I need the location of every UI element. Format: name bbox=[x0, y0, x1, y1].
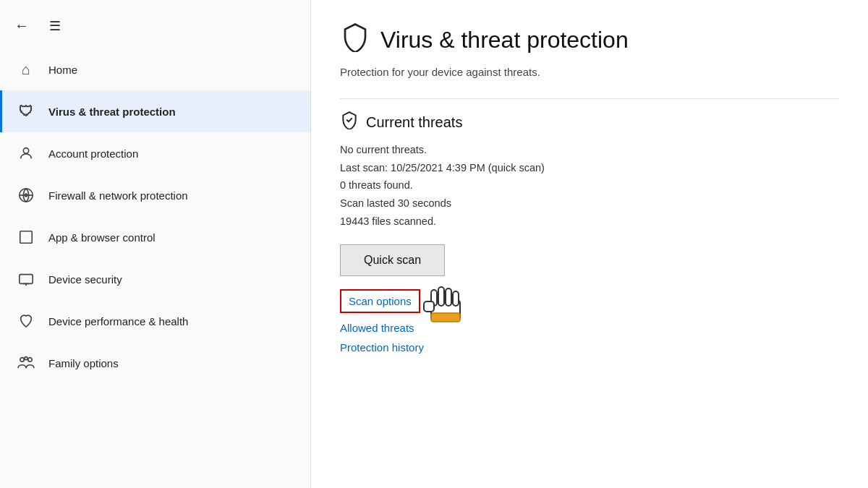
sidebar-item-account[interactable]: Account protection bbox=[0, 132, 310, 174]
allowed-threats-container: Allowed threats bbox=[340, 322, 839, 334]
sidebar-item-family[interactable]: Family options bbox=[0, 342, 310, 384]
last-scan: Last scan: 10/25/2021 4:39 PM (quick sca… bbox=[340, 159, 839, 177]
svg-rect-2 bbox=[20, 231, 33, 244]
sidebar-item-virus-label: Virus & threat protection bbox=[48, 106, 176, 118]
sidebar-top-bar: ← ☰ bbox=[0, 7, 310, 41]
virus-protection-header-icon bbox=[340, 22, 370, 59]
page-header: Virus & threat protection bbox=[340, 22, 839, 59]
sidebar-item-home-label: Home bbox=[48, 64, 77, 76]
sidebar: ← ☰ ⌂ Home 🛡 Virus & threat protection A… bbox=[0, 0, 311, 488]
protection-history-container: Protection history bbox=[340, 341, 839, 354]
device-health-icon bbox=[17, 312, 35, 330]
page-subtitle: Protection for your device against threa… bbox=[340, 66, 839, 78]
svg-rect-13 bbox=[453, 291, 459, 306]
account-icon bbox=[17, 144, 35, 163]
threat-info: No current threats. Last scan: 10/25/202… bbox=[340, 141, 839, 230]
svg-point-0 bbox=[23, 148, 28, 153]
back-icon: ← bbox=[14, 17, 29, 34]
main-content: Virus & threat protection Protection for… bbox=[311, 0, 868, 488]
svg-point-7 bbox=[28, 358, 33, 362]
scan-options-link[interactable]: Scan options bbox=[340, 289, 420, 313]
app-browser-icon bbox=[17, 228, 35, 247]
hamburger-button[interactable]: ☰ bbox=[46, 15, 64, 37]
family-icon bbox=[17, 354, 35, 372]
svg-rect-10 bbox=[431, 290, 437, 306]
threat-status: No current threats. bbox=[340, 141, 839, 159]
page-title: Virus & threat protection bbox=[380, 27, 629, 53]
sidebar-item-app-browser-label: App & browser control bbox=[48, 231, 156, 244]
svg-point-6 bbox=[20, 358, 25, 362]
section-divider bbox=[340, 98, 839, 99]
current-threats-header: Current threats bbox=[340, 111, 839, 134]
svg-rect-11 bbox=[438, 287, 444, 306]
sidebar-item-firewall-label: Firewall & network protection bbox=[48, 189, 188, 202]
quick-scan-container: Quick scan bbox=[340, 244, 839, 289]
sidebar-item-device-security-label: Device security bbox=[48, 273, 122, 286]
svg-rect-15 bbox=[431, 313, 460, 322]
nav-list: ⌂ Home 🛡 Virus & threat protection Accou… bbox=[0, 48, 310, 384]
svg-rect-9 bbox=[431, 300, 460, 320]
sidebar-item-firewall[interactable]: Firewall & network protection bbox=[0, 174, 310, 216]
sidebar-item-virus[interactable]: 🛡 Virus & threat protection bbox=[0, 90, 310, 132]
sidebar-item-app-browser[interactable]: App & browser control bbox=[0, 216, 310, 258]
svg-point-8 bbox=[25, 357, 27, 360]
current-threats-title: Current threats bbox=[366, 114, 462, 131]
sidebar-item-device-health[interactable]: Device performance & health bbox=[0, 300, 310, 342]
svg-rect-12 bbox=[446, 288, 451, 306]
back-button[interactable]: ← bbox=[12, 14, 32, 37]
device-security-icon bbox=[17, 270, 35, 288]
sidebar-item-account-label: Account protection bbox=[48, 147, 138, 160]
quick-scan-button[interactable]: Quick scan bbox=[340, 244, 445, 276]
sidebar-item-device-security[interactable]: Device security bbox=[0, 258, 310, 300]
shield-icon: 🛡 bbox=[17, 102, 35, 121]
hamburger-icon: ☰ bbox=[49, 18, 61, 34]
allowed-threats-link[interactable]: Allowed threats bbox=[340, 322, 839, 334]
threats-found: 0 threats found. bbox=[340, 176, 839, 194]
svg-rect-3 bbox=[20, 275, 33, 284]
protection-history-link[interactable]: Protection history bbox=[340, 341, 839, 354]
home-icon: ⌂ bbox=[17, 60, 35, 79]
firewall-icon bbox=[17, 186, 35, 205]
scan-duration: Scan lasted 30 seconds bbox=[340, 194, 839, 213]
sidebar-item-home[interactable]: ⌂ Home bbox=[0, 48, 310, 90]
files-scanned: 19443 files scanned. bbox=[340, 213, 839, 231]
svg-rect-14 bbox=[424, 301, 434, 312]
sidebar-item-family-label: Family options bbox=[48, 357, 119, 369]
sidebar-item-device-health-label: Device performance & health bbox=[48, 315, 188, 328]
current-threats-icon bbox=[340, 111, 359, 134]
scan-options-wrapper: Scan options bbox=[340, 289, 420, 313]
